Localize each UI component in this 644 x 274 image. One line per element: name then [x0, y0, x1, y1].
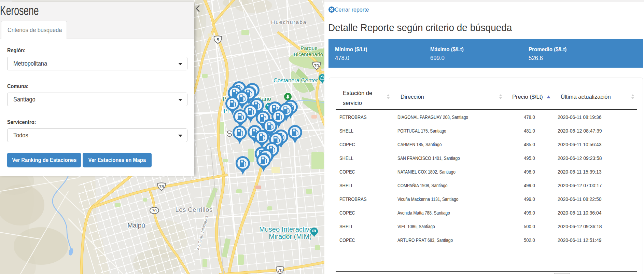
svg-text:S: S	[226, 128, 232, 139]
svg-text:Museo Interactivo: Museo Interactivo	[259, 225, 313, 233]
svg-text:Maipú: Maipú	[127, 222, 145, 229]
svg-text:78: 78	[159, 184, 164, 189]
svg-text:Parque: Parque	[300, 45, 318, 51]
svg-text:Mirador (MIM): Mirador (MIM)	[269, 233, 312, 240]
svg-text:70: 70	[152, 208, 157, 213]
svg-text:Los Cerrillos: Los Cerrillos	[175, 206, 212, 213]
svg-text:P: P	[223, 96, 226, 102]
svg-text:M: M	[313, 230, 316, 233]
svg-text:5: 5	[216, 37, 219, 42]
svg-text:70: 70	[278, 268, 282, 273]
svg-text:Costanera Center: Costanera Center	[274, 77, 318, 83]
svg-text:70: 70	[314, 63, 319, 68]
svg-text:Bicentenario: Bicentenario	[294, 51, 323, 57]
svg-text:Huechuraba: Huechuraba	[271, 19, 307, 25]
